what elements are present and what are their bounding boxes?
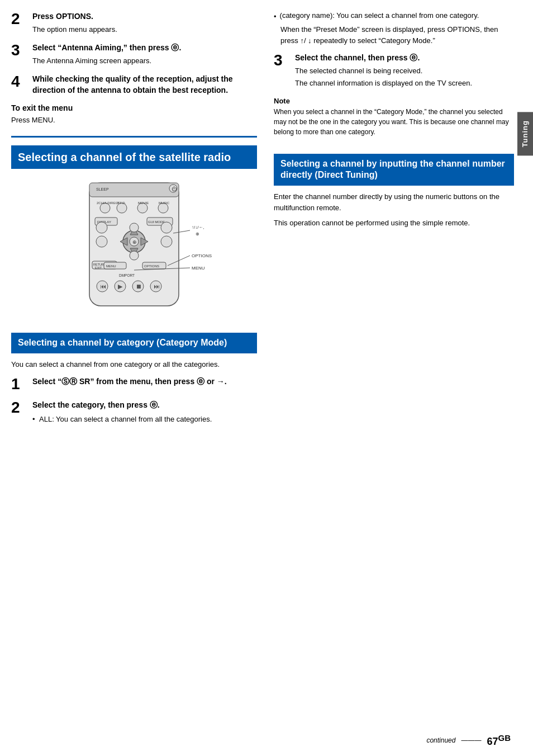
- svg-point-26: [96, 222, 107, 233]
- svg-text:MENU: MENU: [106, 264, 116, 268]
- right-bullets-container: • (category name): You can select a chan…: [274, 11, 514, 46]
- category-heading: Selecting a channel by category (Categor…: [11, 333, 257, 353]
- step-2-press-options: 2 Press OPTIONS. The option menu appears…: [11, 11, 257, 35]
- right-bullet-1: • (category name): You can select a chan…: [274, 11, 514, 21]
- to-exit-title: To exit the menu: [11, 103, 257, 112]
- step-3-number: 3: [11, 42, 28, 58]
- left-column: 2 Press OPTIONS. The option menu appears…: [11, 11, 268, 745]
- note-title: Note: [274, 97, 514, 105]
- category-section: Selecting a channel by category (Categor…: [11, 333, 257, 427]
- svg-text:MOVIE: MOVIE: [138, 201, 149, 205]
- to-exit-body: Press MENU.: [11, 115, 257, 126]
- right-bullet-2-text: When the “Preset Mode” screen is display…: [280, 24, 514, 46]
- svg-text:⏹: ⏹: [136, 283, 142, 290]
- cat-step-2-content: Select the category, then press ⓔ. ALL: …: [32, 400, 257, 427]
- right-step-3-title: Select the channel, then press ⓔ.: [295, 53, 514, 64]
- bullet-dot-1: •: [274, 12, 277, 21]
- step-3-antenna: 3 Select “Antenna Aiming,” then press ⓔ.…: [11, 42, 257, 66]
- step-4-title: While checking the quality of the recept…: [32, 74, 257, 96]
- page-number: 67GB: [487, 733, 511, 748]
- svg-text:DMPORT: DMPORT: [119, 273, 135, 277]
- right-bullet-1-text: (category name): You can select a channe…: [280, 11, 479, 20]
- category-intro: You can select a channel from one catego…: [11, 359, 257, 370]
- svg-text:⏮: ⏮: [100, 283, 106, 290]
- page-footer: continued ——— 67GB: [426, 733, 511, 748]
- svg-text:MENU: MENU: [192, 266, 205, 271]
- step-2-title: Press OPTIONS.: [32, 11, 257, 22]
- cat-step-1: 1 Select “ⓈⓇ SR” from the menu, then pre…: [11, 376, 257, 392]
- direct-tuning-body2: This operation cannot be performed using…: [274, 218, 514, 229]
- svg-text:⏭: ⏭: [154, 283, 160, 290]
- svg-point-28: [130, 223, 139, 232]
- svg-text:OPTIONS: OPTIONS: [144, 264, 159, 268]
- page-number-suffix: GB: [498, 733, 511, 743]
- svg-text:OPTIONS: OPTIONS: [192, 253, 212, 258]
- step-3-body: The Antenna Aiming screen appears.: [32, 55, 257, 67]
- cat-step-2-bullets: ALL: You can select a channel from all t…: [32, 414, 257, 425]
- step-4-reception: 4 While checking the quality of the rece…: [11, 74, 257, 96]
- svg-text:⊕: ⊕: [132, 239, 137, 245]
- svg-text:SLEEP: SLEEP: [96, 187, 109, 191]
- tuning-tab: Tuning: [517, 112, 533, 155]
- svg-point-24: [96, 236, 107, 247]
- step-4-content: While checking the quality of the recept…: [32, 74, 257, 96]
- section-divider: [11, 136, 257, 138]
- right-step-3-number: 3: [274, 53, 291, 68]
- right-step-3: 3 Select the channel, then press ⓔ. The …: [274, 53, 514, 89]
- direct-tuning-body1: Enter the channel number directly by usi…: [274, 191, 514, 213]
- svg-text:⏻: ⏻: [172, 186, 177, 192]
- cat-step-1-number: 1: [11, 376, 28, 392]
- svg-text:⊕: ⊕: [196, 231, 199, 237]
- svg-text:▶: ▶: [118, 283, 123, 290]
- remote-svg: SLEEP ⏻ 2CH/A.DIRECT A.F.D. MOVIE MU: [56, 177, 212, 323]
- svg-text:EXIT: EXIT: [95, 266, 102, 270]
- direct-tuning-section: Selecting a channel by inputting the cha…: [274, 154, 514, 229]
- step-2-body: The option menu appears.: [32, 24, 257, 35]
- right-step-3-content: Select the channel, then press ⓔ. The se…: [295, 53, 514, 89]
- cat-step-2: 2 Select the category, then press ⓔ. ALL…: [11, 400, 257, 427]
- direct-tuning-heading: Selecting a channel by inputting the cha…: [274, 154, 514, 186]
- note-section: Note When you select a channel in the “C…: [274, 97, 514, 137]
- step-3-title: Select “Antenna Aiming,” then press ⓔ.: [32, 42, 257, 54]
- satellite-radio-heading: Selecting a channel of the satellite rad…: [11, 145, 257, 169]
- continued-text: continued: [426, 736, 455, 744]
- note-body: When you select a channel in the “Catego…: [274, 107, 514, 137]
- cat-step-2-title: Select the category, then press ⓔ.: [32, 400, 257, 411]
- cat-step-1-content: Select “ⓈⓇ SR” from the menu, then press…: [32, 376, 257, 388]
- svg-text:A.F.D.: A.F.D.: [117, 201, 126, 205]
- step-3-content: Select “Antenna Aiming,” then press ⓔ. T…: [32, 42, 257, 66]
- right-column: • (category name): You can select a chan…: [268, 11, 514, 745]
- to-exit-subsection: To exit the menu Press MENU.: [11, 103, 257, 126]
- bullet-all: ALL: You can select a channel from all t…: [32, 414, 257, 425]
- remote-image: SLEEP ⏻ 2CH/A.DIRECT A.F.D. MOVIE MU: [11, 177, 257, 323]
- cat-step-1-title: Select “ⓈⓇ SR” from the menu, then press…: [32, 376, 257, 388]
- svg-text:GUI MODE: GUI MODE: [148, 220, 165, 224]
- right-step-3-body1: The selected channel is being received.: [295, 65, 514, 77]
- step-4-number: 4: [11, 74, 28, 89]
- svg-point-27: [161, 222, 172, 233]
- step-2-number: 2: [11, 11, 28, 27]
- cat-step-2-number: 2: [11, 400, 28, 415]
- step-2-content: Press OPTIONS. The option menu appears.: [32, 11, 257, 35]
- svg-text:↑/↓/←,: ↑/↓/←,: [192, 225, 204, 230]
- right-step-3-body2: The channel information is displayed on …: [295, 78, 514, 89]
- svg-text:MUSIC: MUSIC: [159, 201, 170, 205]
- svg-point-29: [130, 251, 139, 260]
- svg-point-25: [161, 236, 172, 247]
